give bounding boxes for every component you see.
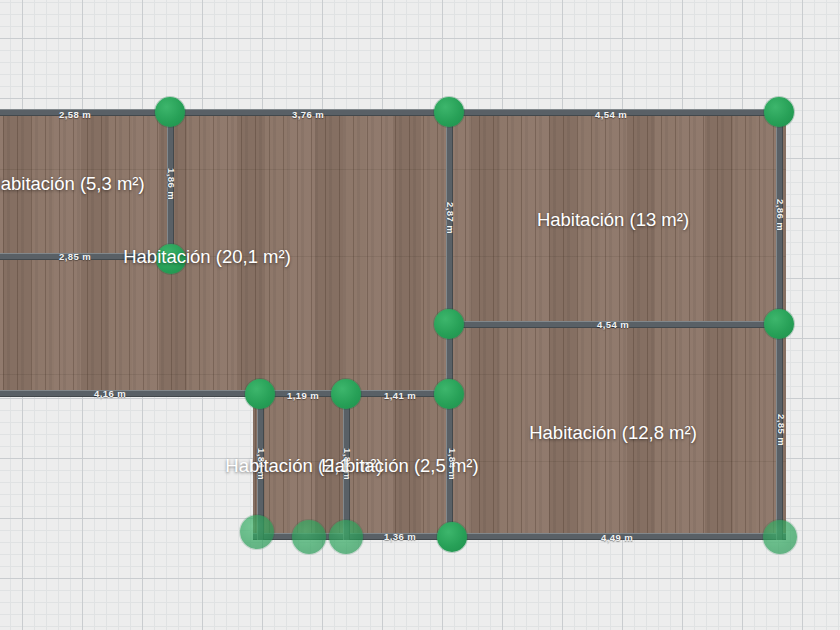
room-label[interactable]: Habitación (20,1 m²): [123, 246, 291, 268]
dimension-label: 1,86 m: [166, 168, 177, 200]
wall-node-handle[interactable]: [155, 97, 185, 127]
wall-node-handle[interactable]: [240, 515, 274, 549]
wall-node-handle[interactable]: [434, 309, 464, 339]
wall-node-handle[interactable]: [434, 379, 464, 409]
wall-node-handle[interactable]: [764, 309, 794, 339]
dimension-label: 2,58 m: [59, 109, 91, 120]
wall-node-handle[interactable]: [331, 379, 361, 409]
dimension-label: 4,16 m: [94, 388, 126, 399]
wall-node-handle[interactable]: [437, 522, 467, 552]
dimension-label: 4,49 m: [601, 532, 633, 543]
room-label[interactable]: Habitación (2,5 m²): [321, 455, 478, 477]
dimension-label: 1,36 m: [384, 531, 416, 542]
dimension-label: 1,41 m: [384, 390, 416, 401]
room-label[interactable]: Habitación (13 m²): [537, 209, 689, 231]
room-label[interactable]: Habitación (5,3 m²): [0, 173, 145, 195]
room-label[interactable]: Habitación (12,8 m²): [529, 422, 697, 444]
wall-node-handle[interactable]: [245, 379, 275, 409]
dimension-label: 2,85 m: [59, 251, 91, 262]
dimension-label: 4,54 m: [595, 109, 627, 120]
floor-planner-canvas: 2,58 m3,76 m4,54 m1,86 m2,87 m2,86 m2,85…: [0, 0, 840, 630]
dimension-label: 2,87 m: [445, 202, 456, 234]
dimension-label: 2,85 m: [776, 414, 787, 446]
dimension-label: 2,86 m: [775, 199, 786, 231]
wall-node-handle[interactable]: [764, 97, 794, 127]
wall-node-handle[interactable]: [763, 520, 797, 554]
wall-segment[interactable]: [0, 109, 786, 116]
dimension-label: 3,76 m: [292, 109, 324, 120]
wall-node-handle[interactable]: [329, 520, 363, 554]
wall-node-handle[interactable]: [292, 520, 326, 554]
dimension-label: 4,54 m: [597, 319, 629, 330]
wall-node-handle[interactable]: [434, 97, 464, 127]
dimension-label: 1,19 m: [287, 390, 319, 401]
